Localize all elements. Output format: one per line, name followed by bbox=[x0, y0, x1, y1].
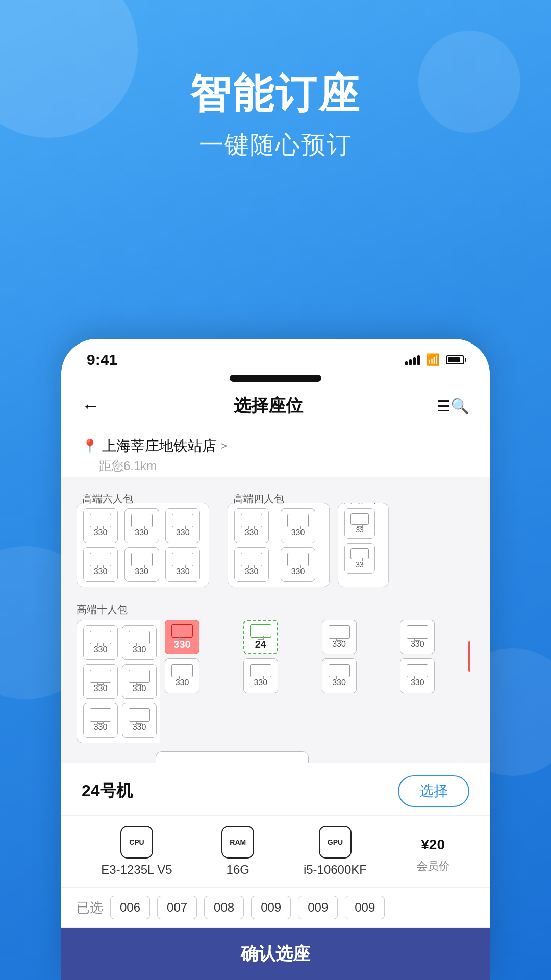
price-value: ¥20 bbox=[421, 829, 445, 854]
confirm-button[interactable]: 确认选座 bbox=[61, 928, 490, 980]
cpu-icon: CPU bbox=[120, 826, 153, 859]
specs-row: CPU E3-1235L V5 RAM 16G GPU i5-10600KF bbox=[61, 816, 490, 888]
seat[interactable]: 330 bbox=[234, 547, 269, 582]
status-icons: 📶 bbox=[405, 353, 464, 366]
room-4-label: 高端四人包 bbox=[233, 492, 284, 506]
back-button[interactable]: ← bbox=[82, 395, 100, 416]
seat-selected[interactable]: 24 bbox=[243, 620, 278, 654]
gpu-value: i5-10600KF bbox=[304, 863, 367, 877]
seat-tag-5[interactable]: 009 bbox=[298, 896, 338, 919]
battery-icon bbox=[446, 355, 464, 364]
room-2-label: 高端双人 bbox=[343, 503, 384, 506]
status-time: 9:41 bbox=[87, 351, 117, 369]
ram-value: 16G bbox=[227, 863, 249, 877]
seat[interactable]: 330 bbox=[83, 508, 118, 543]
seat[interactable]: 330 bbox=[165, 547, 200, 582]
seat-tag-6[interactable]: 009 bbox=[345, 896, 385, 919]
seat[interactable]: 330 bbox=[83, 625, 118, 660]
cpu-value: E3-1235L V5 bbox=[101, 863, 172, 877]
room-6-box: 高端六人包 330 330 330 330 330 330 bbox=[77, 503, 209, 587]
sub-title: 一键随心预订 bbox=[0, 129, 551, 161]
status-bar: 9:41 📶 bbox=[61, 339, 490, 375]
scroll-indicator bbox=[468, 641, 470, 672]
room-2-box: 高端双人 33 33 bbox=[338, 503, 389, 587]
seat[interactable]: 330 bbox=[281, 547, 315, 582]
gpu-spec: GPU i5-10600KF bbox=[304, 826, 367, 877]
wifi-icon: 📶 bbox=[426, 353, 440, 366]
room-4-box: 高端四人包 330 330 330 330 bbox=[228, 503, 330, 587]
room-10-label: 高端十人包 bbox=[77, 603, 474, 617]
seat-map[interactable]: 高端六人包 330 330 330 330 330 330 高端四人包 bbox=[61, 477, 490, 763]
seat[interactable]: 330 bbox=[400, 620, 435, 654]
seat[interactable]: 330 bbox=[83, 703, 118, 738]
selected-seats-row: 已选 006 007 008 009 009 009 bbox=[61, 888, 490, 928]
seat[interactable]: 330 bbox=[281, 508, 315, 543]
gpu-icon: GPU bbox=[319, 826, 352, 859]
seat[interactable]: 330 bbox=[243, 658, 278, 693]
location-bar[interactable]: 📍 上海莘庄地铁站店 > 距您6.1km bbox=[61, 427, 490, 477]
main-title: 智能订座 bbox=[0, 71, 551, 116]
dynamic-island bbox=[230, 375, 321, 382]
seat[interactable]: 330 bbox=[122, 703, 157, 738]
price-display: ¥20 会员价 bbox=[416, 829, 450, 874]
room-10-left: 330 330 330 330 330 330 bbox=[77, 620, 160, 743]
list-search-icon[interactable]: ☰🔍 bbox=[437, 397, 469, 415]
app-bar-title: 选择座位 bbox=[234, 394, 303, 418]
seat[interactable]: 330 bbox=[122, 625, 157, 660]
location-pin-icon: 📍 bbox=[82, 438, 98, 454]
machine-name: 24号机 bbox=[82, 780, 133, 802]
seat[interactable]: 330 bbox=[322, 658, 357, 693]
seat-occupied[interactable]: 330 bbox=[165, 620, 199, 654]
seat-tag-2[interactable]: 007 bbox=[157, 896, 197, 919]
signal-icon bbox=[405, 354, 420, 365]
seat[interactable]: 330 bbox=[165, 508, 200, 543]
seat[interactable]: 330 bbox=[322, 620, 357, 654]
location-name-line: 📍 上海莘庄地铁站店 > bbox=[82, 436, 469, 456]
cpu-spec: CPU E3-1235L V5 bbox=[101, 826, 172, 877]
seat[interactable]: 330 bbox=[234, 508, 269, 543]
table-game-zone[interactable]: 桌游区 bbox=[156, 751, 309, 763]
phone-mockup: 9:41 📶 ← 选择座位 ☰🔍 bbox=[61, 339, 490, 980]
dynamic-island-area bbox=[61, 375, 490, 385]
seat[interactable]: 33 bbox=[344, 508, 375, 539]
seat[interactable]: 330 bbox=[165, 658, 199, 693]
price-label: 会员价 bbox=[416, 859, 450, 874]
ram-icon: RAM bbox=[221, 826, 254, 859]
choose-button[interactable]: 选择 bbox=[398, 775, 469, 807]
bottom-info-panel: 24号机 选择 CPU E3-1235L V5 RAM 16G bbox=[61, 763, 490, 980]
seat[interactable]: 330 bbox=[124, 508, 159, 543]
seat[interactable]: 330 bbox=[83, 664, 118, 699]
ram-spec: RAM 16G bbox=[221, 826, 254, 877]
seat[interactable]: 33 bbox=[344, 543, 375, 574]
machine-bar: 24号机 选择 bbox=[61, 763, 490, 816]
app-bar-icons: ☰🔍 bbox=[437, 397, 469, 415]
room-6-label: 高端六人包 bbox=[82, 492, 133, 506]
seat[interactable]: 330 bbox=[122, 664, 157, 699]
seat[interactable]: 330 bbox=[124, 547, 159, 582]
seat-tag-4[interactable]: 009 bbox=[251, 896, 291, 919]
location-name: 上海莘庄地铁站店 bbox=[102, 436, 216, 456]
seat[interactable]: 330 bbox=[400, 658, 435, 693]
seat-tag-1[interactable]: 006 bbox=[110, 896, 150, 919]
location-chevron-icon: > bbox=[220, 439, 227, 453]
location-distance: 距您6.1km bbox=[82, 458, 469, 474]
selected-label: 已选 bbox=[77, 899, 103, 917]
seat-tag-3[interactable]: 008 bbox=[204, 896, 244, 919]
seat[interactable]: 330 bbox=[83, 547, 118, 582]
app-bar: ← 选择座位 ☰🔍 bbox=[61, 385, 490, 427]
